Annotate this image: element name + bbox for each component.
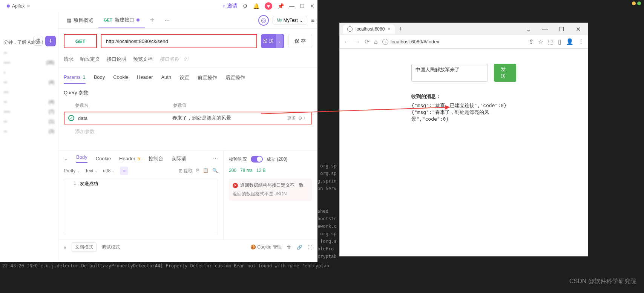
run-icon[interactable]: ◎	[258, 15, 269, 26]
new-tab-button[interactable]: +	[399, 25, 403, 33]
check-icon[interactable]: ✓	[68, 115, 74, 121]
filter-icon[interactable]: ⚗	[33, 36, 43, 46]
param-tab-post[interactable]: 后置操作	[225, 71, 245, 84]
chevron-down-icon[interactable]: ⌄	[276, 34, 283, 48]
reload-icon[interactable]: ⟳	[365, 38, 370, 45]
chevron-down-icon[interactable]: ⌄	[64, 156, 68, 161]
param-table: 参数名 参数值 ✓ data 春来了，到处是漂亮的风景 更多 ⊖ 〉 添加参数	[58, 99, 317, 139]
collapse-icon[interactable]: «	[64, 245, 66, 250]
param-tab-body[interactable]: Body	[94, 71, 105, 84]
sidebar-item[interactable]: ▫▫(1)	[0, 117, 58, 126]
format-text[interactable]: Text ⌄	[85, 168, 98, 173]
sidebar-item[interactable]: ▫	[0, 67, 58, 77]
tab-project-overview[interactable]: ▦ 项目概览	[61, 12, 98, 28]
param-tab-params[interactable]: Params 1	[64, 71, 86, 84]
url-input[interactable]: http://localhost:8080/ck/send	[101, 34, 257, 48]
url-row: GET http://localhost:8080/ck/send 发 送 ⌄ …	[58, 29, 317, 54]
send-button[interactable]: 发 送 ⌄	[261, 34, 284, 48]
minimize-icon[interactable]: —	[289, 3, 294, 9]
share-icon[interactable]: ⇪	[529, 38, 534, 45]
link-icon[interactable]: 🔗	[297, 245, 302, 250]
param-tab-settings[interactable]: 设置	[179, 71, 189, 84]
resp-tab-header[interactable]: Header 5	[119, 156, 140, 161]
resp-tab-actual[interactable]: 实际请	[172, 155, 186, 162]
environment-selector[interactable]: My MyTest ⌄	[273, 16, 307, 25]
cookie-mgmt-button[interactable]: 🍪 Cookie 管理	[250, 244, 282, 250]
param-tab-auth[interactable]: Auth	[161, 71, 171, 84]
subtab-request[interactable]: 请求	[64, 54, 74, 65]
invite-button[interactable]: ♀ 邀请	[222, 3, 238, 9]
method-selector[interactable]: GET	[64, 34, 97, 48]
close-window-icon[interactable]: ✕	[570, 24, 586, 34]
url-display[interactable]: i localhost:6080/#/index	[382, 39, 524, 45]
close-tab-icon[interactable]: ×	[27, 3, 30, 9]
debug-mode-button[interactable]: 调试模式	[102, 244, 120, 250]
browser-send-button[interactable]: 发送	[494, 64, 516, 82]
info-icon[interactable]: i	[382, 39, 388, 45]
copy-icon[interactable]: ⎘	[196, 168, 199, 174]
doc-mode-button[interactable]: 文档模式	[72, 242, 97, 252]
gear-icon[interactable]: ⚙	[243, 3, 248, 9]
maximize-icon[interactable]: ☐	[300, 3, 305, 9]
param-tab-pre[interactable]: 前置操作	[198, 71, 217, 84]
reader-icon[interactable]: ▯	[558, 38, 561, 45]
sidebar-item[interactable]: ▫▫	[0, 48, 58, 58]
tab-add[interactable]: +	[145, 12, 160, 28]
search-icon[interactable]: 🔍	[212, 168, 218, 174]
param-tab-cookie[interactable]: Cookie	[113, 71, 128, 84]
home-icon[interactable]: ⌂	[374, 38, 378, 45]
pin-icon[interactable]: 📌	[278, 3, 284, 9]
message-input[interactable]: 中国人民解放军来了	[411, 64, 488, 82]
back-icon[interactable]: ←	[343, 38, 350, 45]
param-name-input[interactable]: data	[78, 115, 172, 121]
bell-icon[interactable]: 🔔	[253, 3, 259, 9]
subtab-api-desc[interactable]: 接口说明	[107, 54, 126, 65]
validate-toggle[interactable]	[251, 156, 263, 163]
format-pretty[interactable]: Pretty ⌄	[64, 168, 80, 173]
subtab-preview[interactable]: 预览文档	[133, 54, 153, 65]
sidebar-item[interactable]: ▫▫(4)	[0, 77, 58, 87]
heart-icon[interactable]: ♥	[265, 2, 272, 10]
tab-more[interactable]: ⋯	[159, 12, 175, 28]
profile-icon[interactable]: 👤	[566, 38, 573, 45]
resp-tab-console[interactable]: 控制台	[149, 155, 163, 162]
forward-icon[interactable]: →	[354, 38, 360, 45]
api-name-placeholder[interactable]: 接口名称 〈/〉	[159, 54, 192, 65]
add-button[interactable]: +	[45, 36, 56, 46]
clipboard-icon[interactable]: 📋	[203, 168, 209, 174]
subtab-response-def[interactable]: 响应定义	[80, 54, 100, 65]
sidebar-item[interactable]: ▫▫▫▫(7)	[0, 107, 58, 117]
sidebar-item[interactable]: ▫▫(3)	[0, 126, 58, 136]
tab-new-api[interactable]: GET 新建接口	[98, 12, 145, 28]
minimize-icon[interactable]: —	[537, 24, 552, 34]
format-utf8[interactable]: utf8 ⌄	[103, 168, 115, 173]
close-window-icon[interactable]: ✕	[310, 3, 314, 9]
browser-tab[interactable]: localhost:6080 ×	[343, 25, 395, 34]
resp-tab-body[interactable]: Body	[76, 154, 87, 163]
app-tab[interactable]: Apifox ×	[3, 2, 34, 11]
browser-titlebar: localhost:6080 × + ⌄ — ☐ ✕	[340, 23, 588, 35]
response-body[interactable]: 1发送成功	[64, 179, 218, 235]
menu-icon[interactable]: ⋮	[578, 38, 584, 45]
menu-icon[interactable]: ≡	[311, 17, 314, 24]
param-value-input[interactable]: 春来了，到处是漂亮的风景	[172, 115, 287, 121]
add-param-row[interactable]: 添加参数	[64, 124, 312, 139]
expand-icon[interactable]: ⛶	[308, 245, 312, 250]
wrap-icon[interactable]: ≡	[120, 167, 128, 175]
grid-icon: ▦	[67, 17, 71, 23]
save-button[interactable]: 保 存	[288, 34, 312, 48]
sidebar-item[interactable]: ▫▫▫▫(35)	[0, 58, 58, 67]
close-tab-icon[interactable]: ×	[388, 26, 390, 32]
maximize-icon[interactable]: ☐	[554, 24, 569, 34]
chevron-down-icon[interactable]: ⌄	[521, 24, 536, 34]
sidebar-item[interactable]: ▫▫▫	[0, 87, 58, 97]
param-more[interactable]: 更多 ⊖ 〉	[287, 115, 308, 121]
more-icon[interactable]: ⋯	[213, 156, 218, 161]
extract-button[interactable]: ⊞ 提取	[179, 168, 193, 174]
trash-icon[interactable]: 🗑	[287, 245, 291, 250]
star-icon[interactable]: ☆	[538, 38, 543, 45]
extension-icon[interactable]: ⬚	[548, 38, 554, 45]
param-tab-header[interactable]: Header	[137, 71, 153, 84]
resp-tab-cookie[interactable]: Cookie	[96, 156, 111, 161]
sidebar-item[interactable]: ▫▫(4)	[0, 97, 58, 107]
